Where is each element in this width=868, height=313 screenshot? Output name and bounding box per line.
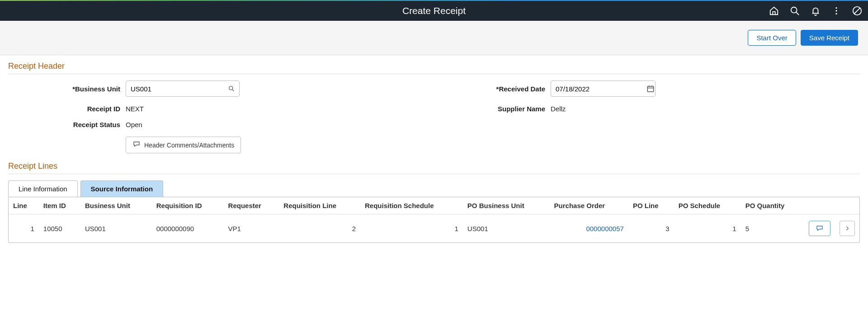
tab-line-information[interactable]: Line Information xyxy=(8,180,78,197)
cell-requisition-id: 0000000090 xyxy=(152,214,224,243)
received-date-input-wrap xyxy=(551,81,656,97)
col-po-business-unit: PO Business Unit xyxy=(463,197,550,214)
cell-po-business-unit: US001 xyxy=(463,214,550,243)
comment-icon xyxy=(132,140,141,150)
table-row: 1 10050 US001 0000000090 VP1 2 1 US001 0… xyxy=(9,214,859,243)
kebab-menu-icon[interactable] xyxy=(831,5,842,16)
receipt-status-value: Open xyxy=(126,121,307,128)
home-icon[interactable] xyxy=(769,5,779,16)
bell-icon[interactable] xyxy=(810,5,821,16)
cell-po-quantity: 5 xyxy=(741,214,804,243)
receipt-id-label: Receipt ID xyxy=(8,105,126,113)
supplier-name-label: Supplier Name xyxy=(478,105,551,113)
header-comments-button[interactable]: Header Comments/Attachments xyxy=(126,137,241,153)
col-item-id: Item ID xyxy=(39,197,80,214)
cell-po-line: 3 xyxy=(628,214,674,243)
row-comments-button[interactable] xyxy=(809,221,830,236)
receipt-id-value: NEXT xyxy=(126,105,307,113)
table-header-row: Line Item ID Business Unit Requisition I… xyxy=(9,197,859,214)
receipt-lines-section-title: Receipt Lines xyxy=(8,161,860,174)
cell-item-id: 10050 xyxy=(39,214,80,243)
business-unit-input[interactable] xyxy=(126,85,224,93)
business-unit-input-wrap xyxy=(126,81,240,97)
col-requisition-line: Requisition Line xyxy=(279,197,360,214)
action-bar: Start Over Save Receipt xyxy=(0,21,868,55)
svg-point-4 xyxy=(835,13,837,14)
cell-purchase-order-link[interactable]: 0000000057 xyxy=(586,225,623,232)
col-line: Line xyxy=(9,197,39,214)
receipt-status-label: Receipt Status xyxy=(8,121,126,128)
header-comments-label: Header Comments/Attachments xyxy=(144,142,234,149)
business-unit-lookup-icon[interactable] xyxy=(224,85,239,92)
cell-requisition-schedule: 1 xyxy=(360,214,463,243)
cell-business-unit: US001 xyxy=(80,214,152,243)
col-po-schedule: PO Schedule xyxy=(674,197,741,214)
compass-icon[interactable] xyxy=(852,5,863,16)
svg-rect-9 xyxy=(647,86,654,92)
cell-requester: VP1 xyxy=(224,214,279,243)
business-unit-label: *Business Unit xyxy=(8,85,126,93)
svg-line-8 xyxy=(232,90,234,91)
received-date-input[interactable] xyxy=(551,85,646,93)
col-purchase-order: Purchase Order xyxy=(550,197,628,214)
cell-po-schedule: 1 xyxy=(674,214,741,243)
search-icon[interactable] xyxy=(789,5,800,16)
svg-point-7 xyxy=(229,86,233,90)
col-requisition-schedule: Requisition Schedule xyxy=(360,197,463,214)
start-over-button[interactable]: Start Over xyxy=(748,30,796,46)
svg-point-0 xyxy=(791,7,797,13)
receipt-header-form: *Business Unit *Received Date Receipt ID… xyxy=(8,81,860,153)
page-title: Create Receipt xyxy=(402,5,466,16)
save-receipt-button[interactable]: Save Receipt xyxy=(801,30,858,46)
svg-line-6 xyxy=(854,8,860,14)
receipt-header-section-title: Receipt Header xyxy=(8,62,860,74)
col-requester: Requester xyxy=(224,197,279,214)
cell-requisition-line: 2 xyxy=(279,214,360,243)
received-date-label: *Received Date xyxy=(478,85,551,93)
svg-point-3 xyxy=(835,10,837,11)
calendar-icon[interactable] xyxy=(646,85,655,93)
tab-source-information[interactable]: Source Information xyxy=(80,180,164,197)
col-po-quantity: PO Quantity xyxy=(741,197,804,214)
receipt-lines-table: Line Item ID Business Unit Requisition I… xyxy=(9,197,859,242)
cell-line: 1 xyxy=(9,214,39,243)
col-requisition-id: Requisition ID xyxy=(152,197,224,214)
row-expand-button[interactable] xyxy=(840,221,855,236)
receipt-lines-table-wrap: Line Item ID Business Unit Requisition I… xyxy=(8,197,860,243)
supplier-name-value: Dellz xyxy=(551,105,700,113)
svg-point-2 xyxy=(835,7,837,9)
header-icon-group xyxy=(769,5,863,16)
svg-line-1 xyxy=(796,12,799,15)
app-header: Create Receipt xyxy=(0,1,868,21)
receipt-lines-tabs: Line Information Source Information xyxy=(8,180,860,197)
col-business-unit: Business Unit xyxy=(80,197,152,214)
col-po-line: PO Line xyxy=(628,197,674,214)
